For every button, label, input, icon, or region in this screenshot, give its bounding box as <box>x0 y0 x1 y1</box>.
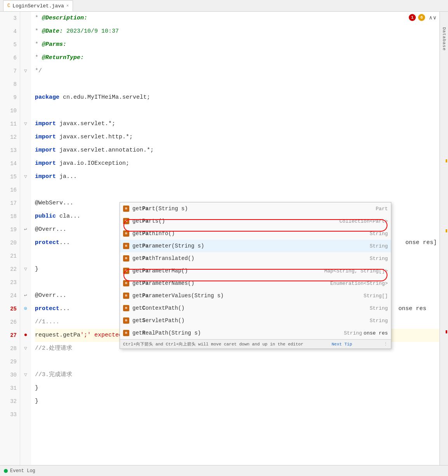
line-num-8: 8 <box>0 78 17 91</box>
gutter-9 <box>20 91 31 104</box>
ac-item-getrealpath[interactable]: m getRealPath(String s) String onse res <box>120 327 391 339</box>
ac-item-getparametervalues[interactable]: m getParameterValues(String s) String[] <box>120 289 391 302</box>
ac-method-name-5: getPathTranslated() <box>132 255 366 262</box>
ac-item-getpathinfo[interactable]: m getPathInfo() String <box>120 227 391 240</box>
ac-item-getparts[interactable]: m getParts() Collection<Part> <box>120 215 391 227</box>
ac-method-name-2: getParts() <box>132 218 335 224</box>
line-num-11: 11 <box>0 117 17 131</box>
gutter-16 <box>20 183 31 197</box>
line-num-7: 7 <box>0 65 17 78</box>
ac-return-type-10: String <box>370 318 388 324</box>
code-line-6: * @ReturnType: <box>35 51 439 65</box>
gutter-21 <box>20 249 31 263</box>
code-line-8 <box>35 78 439 91</box>
line-num-9: 9 <box>0 91 17 104</box>
ac-return-type-2: Collection<Part> <box>339 218 388 224</box>
gutter-19: ↩ <box>20 223 31 236</box>
code-line-7: */ <box>35 65 439 78</box>
gutter-13 <box>20 144 31 157</box>
scroll-marker-error <box>446 330 447 333</box>
line-num-19: 19 <box>0 223 17 236</box>
line-num-21: 21 <box>0 249 17 263</box>
gutter-10 <box>20 104 31 117</box>
gutter-6 <box>20 51 31 65</box>
tab-bar: C LoginServlet.java × <box>0 0 448 12</box>
line-num-18: 18 <box>0 210 17 223</box>
code-editor[interactable]: * @Description: * @Date: 2023/10/9 10:37… <box>31 12 439 476</box>
ac-method-name-11: getRealPath(String s) <box>132 330 340 336</box>
code-line-16 <box>35 183 439 197</box>
ac-item-getpart[interactable]: m getPart(String s) Part <box>120 202 391 215</box>
line-num-10: 10 <box>0 104 17 117</box>
gutter-8 <box>20 78 31 91</box>
gutter-3 <box>20 12 31 25</box>
code-line-32: } <box>35 395 439 408</box>
gutter-7: ▽ <box>20 65 31 78</box>
code-line-29 <box>35 355 439 368</box>
ac-item-getpathtranslated[interactable]: m getPathTranslated() String <box>120 252 391 265</box>
ac-method-name-9: getContextPath() <box>132 305 366 311</box>
gutter-27: ● <box>20 329 31 342</box>
ac-item-getparametermap[interactable]: m getParameterMap() Map<String, String[]… <box>120 265 391 277</box>
line-num-30: 30 <box>0 368 17 382</box>
code-line-31: } <box>35 382 439 395</box>
line-num-31: 31 <box>0 382 17 395</box>
line-num-14: 14 <box>0 157 17 170</box>
tab-filename: LoginServlet.java <box>12 3 64 9</box>
scroll-marker-2 <box>446 229 447 232</box>
code-line-5: * @Parms: <box>35 38 439 51</box>
line-num-24: 24 <box>0 289 17 302</box>
ac-item-getcontextpath[interactable]: m getContextPath() String <box>120 302 391 314</box>
gutter-32 <box>20 395 31 408</box>
line-num-17: 17 <box>0 197 17 210</box>
ac-return-type-9: String <box>370 305 388 311</box>
line-num-3: 3 <box>0 12 17 25</box>
gutter-31 <box>20 382 31 395</box>
ac-method-icon-10: m <box>123 317 129 324</box>
status-text: Event Log <box>10 468 35 474</box>
line-numbers: 3 4 5 6 7 8 9 10 11 12 13 14 15 16 17 18… <box>0 12 20 476</box>
ac-return-type-6: Map<String, String[]> <box>324 268 388 274</box>
code-line-33 <box>35 408 439 421</box>
autocomplete-dropdown[interactable]: m getPart(String s) Part m getParts() Co… <box>120 202 391 349</box>
ac-return-type-4: String <box>370 243 388 249</box>
line-num-13: 13 <box>0 144 17 157</box>
line-num-4: 4 <box>0 25 17 38</box>
gutter-25: ⊙ <box>20 302 31 316</box>
autocomplete-footer: Ctrl+向下箭头 and Ctrl+向上箭头 will move caret … <box>120 339 391 349</box>
code-line-11: import javax.servlet.*; <box>35 117 439 131</box>
right-sidebar: Database <box>439 12 448 476</box>
tab-close-button[interactable]: × <box>66 3 69 8</box>
file-tab[interactable]: C LoginServlet.java × <box>3 0 73 11</box>
code-line-15: import ja... <box>35 170 439 183</box>
line-num-27: 27 <box>0 329 17 342</box>
ac-method-icon-1: m <box>123 206 129 212</box>
ac-method-icon-5: m <box>123 255 129 262</box>
gutter-22: ▽ <box>20 263 31 276</box>
gutter-33 <box>20 408 31 421</box>
scroll-marker-1 <box>446 159 447 162</box>
ac-return-type-7: Enumeration<String> <box>330 281 388 286</box>
gutter-18 <box>20 210 31 223</box>
ac-method-name-1: getPart(String s) <box>132 206 372 212</box>
ac-item-getparameter[interactable]: m getParameter(String s) String <box>120 240 391 252</box>
status-bar: Event Log <box>0 465 448 476</box>
code-line-14: import java.io.IOException; <box>35 157 439 170</box>
gutter-28: ▽ <box>20 342 31 355</box>
ac-method-name-8: getParameterValues(String s) <box>132 293 360 299</box>
code-line-13: import javax.servlet.annotation.*; <box>35 144 439 157</box>
ac-method-name-10: getServletPath() <box>132 317 366 324</box>
line-num-6: 6 <box>0 51 17 65</box>
next-tip-button[interactable]: Next Tip <box>332 342 352 347</box>
more-options-button[interactable]: ⋮ <box>384 342 388 347</box>
gutter-5 <box>20 38 31 51</box>
ac-item-getparameternames[interactable]: m getParameterNames() Enumeration<String… <box>120 277 391 289</box>
sidebar-label: Database <box>442 27 446 51</box>
ac-item-getservletpath[interactable]: m getServletPath() String <box>120 314 391 327</box>
gutter-11: ▽ <box>20 117 31 131</box>
gutter-29 <box>20 355 31 368</box>
ac-method-name-3: getPathInfo() <box>132 230 366 237</box>
ac-method-icon-8: m <box>123 293 129 299</box>
line-num-25: 25 <box>0 302 17 316</box>
code-line-4: * @Date: 2023/10/9 10:37 <box>35 25 439 38</box>
